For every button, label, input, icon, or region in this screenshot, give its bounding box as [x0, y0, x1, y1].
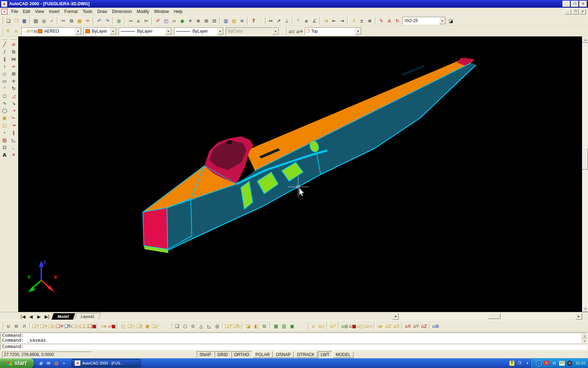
zoom-realtime-button[interactable]: ⊕ [194, 17, 202, 25]
start-button[interactable]: start [0, 358, 34, 368]
quicklaunch-firefox[interactable]: ◍ [53, 359, 59, 367]
dimension-text-edit-button[interactable]: A [385, 17, 393, 25]
world-ucs-button[interactable]: ⌂◍ [341, 322, 349, 330]
linetype-combo-arrow[interactable]: ▼ [165, 28, 172, 35]
3d-orbit-button[interactable]: ◉ [178, 17, 186, 25]
tray-help[interactable]: ? [509, 360, 515, 366]
layer-freeze-icon[interactable]: ❂ [27, 29, 30, 34]
layer-visibility-icon[interactable]: ☼ [23, 29, 26, 33]
setup-drawing-button[interactable]: ▦ [272, 322, 280, 330]
extrude-faces-button[interactable]: ❑↑ [32, 322, 40, 330]
color-combo-arrow[interactable]: ▼ [110, 28, 116, 35]
union-button[interactable]: ∪ [4, 322, 12, 330]
ordinate-dimension-button[interactable]: ⊥ [283, 17, 291, 25]
menu-file[interactable]: File [9, 8, 20, 15]
center-mark-button[interactable]: ⊕ [366, 17, 374, 25]
menu-window[interactable]: Window [152, 8, 172, 15]
make-block-button[interactable]: ◱ [0, 122, 9, 129]
polyline-button[interactable]: ≀ [0, 63, 9, 70]
break-button[interactable]: ∦ [9, 129, 18, 136]
named-ucs-combo-arrow[interactable]: ▼ [355, 28, 361, 35]
stretch-button[interactable]: ↘ [9, 100, 18, 107]
vertical-scroll-track[interactable] [582, 43, 588, 306]
cut-button[interactable]: ✂ [59, 17, 68, 25]
tab-model[interactable]: Model [51, 313, 75, 320]
tab-last-button[interactable]: ▶| [43, 313, 51, 320]
quicklaunch-mail[interactable]: ✉ [45, 359, 52, 367]
named-views-button[interactable]: ▱ [170, 17, 178, 25]
color-edges-button[interactable]: ▱■ [108, 322, 116, 330]
y-axis-rotate-ucs-button[interactable]: ⌂Y [412, 322, 420, 330]
tray-security[interactable]: ✕ [543, 360, 550, 366]
dimension-style-button[interactable]: ◪ [447, 17, 455, 25]
scroll-down-button[interactable]: ▼ [582, 306, 588, 312]
print-preview-button[interactable]: ◎ [40, 17, 48, 25]
horizontal-scroll-thumb[interactable] [488, 313, 500, 319]
tab-layout1[interactable]: Layout1 [75, 313, 101, 320]
region-button[interactable]: ⊡ [0, 144, 9, 151]
setup-profile-button[interactable]: ▣ [288, 322, 296, 330]
match-properties-button[interactable]: ✑ [84, 17, 92, 25]
color-faces-button[interactable]: ❑■ [88, 322, 96, 330]
linetype-combo[interactable]: ByLayer ▼ [119, 27, 172, 35]
taskbar-clock[interactable]: 10.10 [575, 361, 585, 365]
extend-button[interactable]: ⇥ [9, 122, 18, 129]
chamfer-button[interactable]: ◺ [9, 136, 18, 144]
polar-toggle[interactable]: POLAR [253, 351, 273, 358]
menu-format[interactable]: Format [62, 8, 80, 15]
ortho-toggle[interactable]: ORTHO [231, 351, 252, 358]
dim-style-combo-arrow[interactable]: ▼ [439, 17, 446, 24]
multiline-text-button[interactable]: A [0, 151, 9, 158]
tab-first-button[interactable]: |◀ [19, 313, 27, 320]
layer-combo[interactable]: ☼ ❂ ⊓ ▤ AEREO ▼ [21, 27, 82, 35]
properties-button[interactable]: ▥ [222, 17, 230, 25]
copy-button[interactable]: ⧉ [68, 17, 76, 25]
mirror-button[interactable]: ⋈ [9, 55, 18, 63]
make-object-layer-current-button[interactable]: ⇱ [4, 28, 12, 35]
snap-toggle[interactable]: SNAP [197, 351, 214, 358]
menu-view[interactable]: View [33, 8, 47, 15]
separate-button[interactable]: ❑∥ [135, 322, 144, 330]
scroll-up-button[interactable]: ▲ [582, 36, 588, 43]
interfere-button[interactable]: ⧉ [260, 322, 268, 330]
fuselage-model[interactable] [143, 58, 476, 253]
redo-button[interactable]: ↷ [103, 17, 111, 25]
construction-line-button[interactable]: ∕ [0, 48, 9, 55]
tolerance-button[interactable]: ± [358, 17, 366, 25]
named-ucs-combo[interactable]: ❒ Top ▼ [305, 27, 362, 35]
quick-leader-button[interactable]: ↗ [350, 17, 358, 25]
wedge-button[interactable]: ◺ [205, 322, 213, 330]
multiline-button[interactable]: ∥ [0, 55, 9, 63]
save-button[interactable]: ▦ [20, 17, 28, 25]
subtract-button[interactable]: ⊖ [12, 322, 20, 330]
tray-restore[interactable]: ❐ [516, 360, 523, 366]
radius-dimension-button[interactable]: ◜ [294, 17, 302, 25]
fillet-button[interactable]: ◟ [9, 144, 18, 151]
delete-faces-button[interactable]: ❑✕ [56, 322, 64, 330]
vertical-scrollbar[interactable]: ▲ ▼ [582, 36, 588, 312]
tray-network[interactable]: ⧉ [551, 360, 557, 366]
command-scrollbar[interactable]: ▲ ▼ [581, 333, 587, 343]
zoom-previous-button[interactable]: ⊟ [210, 17, 218, 25]
color-combo[interactable]: ByLayer ▼ [84, 27, 117, 35]
close-button[interactable]: ✕ [579, 1, 587, 7]
move-button[interactable]: ✛ [9, 77, 18, 85]
taskbar-task-autocad[interactable]: A AutoCAD 2000 - [FUS... [71, 359, 141, 367]
dim-style-combo[interactable]: ISO-25 ▼ [402, 17, 446, 25]
horizontal-scroll-track[interactable] [399, 313, 575, 319]
horizontal-scrollbar[interactable]: ◀ ▶ [392, 313, 582, 319]
dimension-edit-button[interactable]: ✎ [377, 17, 385, 25]
temporary-track-point-button[interactable]: ⊸ [126, 17, 134, 25]
tray-avast[interactable]: a [566, 360, 573, 366]
dbconnect-button[interactable]: ≋ [238, 17, 246, 25]
pan-realtime-button[interactable]: ✛ [186, 17, 194, 25]
paste-button[interactable]: ▩ [76, 17, 84, 25]
offset-faces-button[interactable]: ❑▫ [48, 322, 56, 330]
menu-insert[interactable]: Insert [47, 8, 62, 15]
copy-edges-button[interactable]: ▱▸ [100, 322, 108, 330]
dimension-update-button[interactable]: ↻ [393, 17, 401, 25]
child-minimize-button[interactable]: _ [565, 9, 571, 14]
help-button[interactable]: ? [250, 17, 258, 25]
section-button[interactable]: ◧ [252, 322, 260, 330]
setup-view-button[interactable]: ▥ [280, 322, 288, 330]
